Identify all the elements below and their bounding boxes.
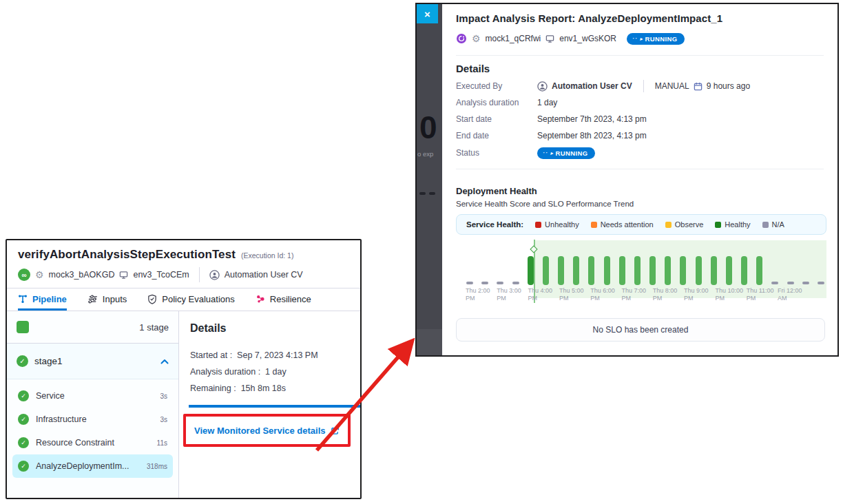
link-icon: ∞ <box>18 269 30 281</box>
tab-policy-evaluations[interactable]: Policy Evaluations <box>147 288 235 311</box>
analysis-duration-label: Analysis duration : <box>190 367 260 377</box>
health-score-bar <box>543 256 549 285</box>
environment-icon <box>545 34 554 43</box>
observe-swatch <box>665 222 672 228</box>
start-date-value: September 7th 2023, 4:13 pm <box>537 114 647 124</box>
shield-check-icon <box>147 294 157 304</box>
chevron-up-icon[interactable] <box>160 359 169 364</box>
health-score-bar <box>528 256 534 285</box>
detail-row-analysis-duration: Analysis duration 1 day <box>456 94 824 111</box>
legend-item-needs-attention: Needs attention <box>591 220 654 229</box>
step-duration: 3s <box>160 416 167 423</box>
health-score-bar <box>588 256 594 285</box>
started-at-label: Started at : <box>190 350 232 360</box>
tab-resilience[interactable]: Resilience <box>256 288 311 311</box>
health-score-bar <box>619 256 625 285</box>
x-tick-label: Thu 9:00 PM <box>684 287 714 302</box>
remaining-value: 15h 8m 18s <box>241 384 286 393</box>
step-duration: 11s <box>157 439 167 447</box>
tab-pipeline[interactable]: Pipeline <box>18 288 67 311</box>
success-check-icon: ✓ <box>18 461 29 472</box>
x-tick-label: Thu 8:00 PM <box>653 287 683 302</box>
background-partial-number: 0 <box>419 112 437 143</box>
end-date-label: End date <box>456 131 537 140</box>
execution-panel: verifyAbortAnalysisStepExecutionTest (Ex… <box>6 239 362 499</box>
detail-row-status: Status ··▸RUNNING <box>456 144 824 162</box>
no-data-dash <box>771 282 778 284</box>
impact-analysis-modal: × 0 o exp Impact Analysis Report: Analyz… <box>415 3 839 357</box>
annotation-highlight-box: View Monitored Service details <box>183 414 351 447</box>
end-date-value: September 8th 2023, 4:13 pm <box>537 131 647 140</box>
details-divider <box>456 169 824 169</box>
modal-service-name: mock1_qCRfwi <box>486 34 541 43</box>
no-data-dash <box>818 282 824 284</box>
details-heading: Details <box>190 322 352 335</box>
tab-inputs-label: Inputs <box>103 294 127 304</box>
health-score-bar <box>634 256 641 285</box>
user-avatar-icon <box>537 81 548 92</box>
modal-title: Impact Analysis Report: AnalyzeDeploymen… <box>456 12 824 24</box>
external-link-icon <box>331 426 340 435</box>
success-check-icon: ✓ <box>18 414 29 425</box>
na-swatch <box>762 222 769 228</box>
tab-inputs[interactable]: Inputs <box>87 288 127 311</box>
step-row-service[interactable]: ✓ Service 3s <box>12 384 173 408</box>
health-score-bar <box>741 256 747 285</box>
execution-tabbar: Pipeline Inputs Policy Evaluations Resil… <box>7 288 360 311</box>
stage-status-square <box>17 321 29 333</box>
remaining-label: Remaining : <box>190 384 236 393</box>
success-check-icon: ✓ <box>18 437 29 448</box>
resilience-icon <box>256 294 265 304</box>
execution-id: (Execution Id: 1) <box>241 251 293 260</box>
close-button[interactable]: × <box>417 4 438 23</box>
legend-item-unhealthy: Unhealthy <box>535 220 579 229</box>
health-score-bar <box>711 256 717 285</box>
no-data-dash <box>802 282 809 284</box>
step-list: ✓ Service 3s ✓ Infrastructure 3s ✓ Resou… <box>7 379 178 483</box>
dimmed-background-strip: × 0 o exp <box>417 4 442 355</box>
started-at-value: Sep 7, 2023 4:13 PM <box>237 350 318 360</box>
needs-attention-swatch <box>591 222 597 228</box>
step-row-analyze-deployment-impact[interactable]: ✓ AnalyzeDeploymentIm... 318ms <box>12 454 173 478</box>
health-score-bar <box>573 256 579 285</box>
analysis-progress-bar <box>189 405 360 408</box>
no-data-dash <box>466 282 473 284</box>
stage-count: 1 stage <box>139 322 169 333</box>
modal-details-heading: Details <box>456 63 824 74</box>
x-tick-label: Thu 10:00 PM <box>715 287 745 302</box>
step-row-infrastructure[interactable]: ✓ Infrastructure 3s <box>12 408 173 431</box>
x-tick-label: Thu 4:00 PM <box>528 287 559 302</box>
detail-row-executed-by: Executed By Automation User CV MANUAL 9 … <box>456 78 824 94</box>
step-row-resource-constraint[interactable]: ✓ Resource Constraint 11s <box>12 431 173 454</box>
health-score-bar <box>696 256 702 285</box>
detail-row-end-date: End date September 8th 2023, 4:13 pm <box>456 127 824 144</box>
stage-name: stage1 <box>34 356 154 366</box>
health-source-icon <box>456 33 467 44</box>
x-tick-label: Thu 2:00 PM <box>466 287 496 302</box>
trigger-type: MANUAL <box>655 81 689 91</box>
step-name: Resource Constraint <box>36 438 150 448</box>
environment-name: env3_TcoCEm <box>133 270 189 280</box>
view-monitored-service-link[interactable]: View Monitored Service details <box>194 426 340 436</box>
deployment-health-subheading: Service Health Score and SLO Performance… <box>456 200 826 208</box>
x-tick-label: Thu 3:00 PM <box>497 287 527 302</box>
tab-pipeline-label: Pipeline <box>32 294 67 304</box>
execution-header: verifyAbortAnalysisStepExecutionTest (Ex… <box>7 240 360 288</box>
execution-title: verifyAbortAnalysisStepExecutionTest <box>18 248 236 262</box>
step-duration: 318ms <box>147 463 167 470</box>
status-label: Status <box>456 148 537 158</box>
analysis-duration-value: 1 day <box>265 367 287 377</box>
status-badge: ··▸RUNNING <box>627 33 685 45</box>
screenshot-canvas: verifyAbortAnalysisStepExecutionTest (Ex… <box>0 0 843 504</box>
running-icon: ·· <box>543 149 548 156</box>
meta-divider <box>199 267 200 282</box>
x-tick-label: Thu 5:00 PM <box>559 287 590 302</box>
status-badge: ··▸RUNNING <box>537 147 595 159</box>
health-score-bar <box>604 256 610 285</box>
pipeline-icon <box>18 294 28 304</box>
step-name: Infrastructure <box>36 414 153 424</box>
executed-by-label: Executed By <box>456 81 537 91</box>
stage-row[interactable]: ✓ stage1 <box>7 344 178 379</box>
stage-column: 1 stage ✓ stage1 ✓ Service 3s ✓ Infrastr <box>7 311 179 499</box>
deployment-health-heading: Deployment Health <box>456 186 826 196</box>
